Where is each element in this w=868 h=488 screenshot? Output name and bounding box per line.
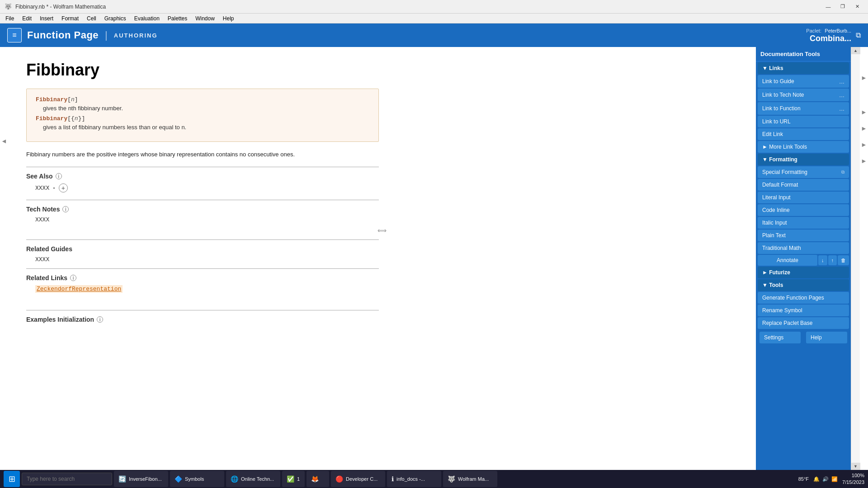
taskbar-time: 100% 7/15/2023 — [842, 472, 864, 486]
network-icon: 📶 — [831, 476, 838, 482]
right-arrow-3[interactable]: ► — [861, 125, 867, 132]
code-inline-label: Code Inline — [762, 207, 790, 213]
generate-function-pages-btn[interactable]: Generate Function Pages — [758, 292, 849, 304]
taskbar-app-symbols[interactable]: 🔷 Symbols — [170, 471, 224, 487]
literal-input-btn[interactable]: Literal Input — [758, 192, 849, 203]
default-format-btn[interactable]: Default Format — [758, 179, 849, 191]
taskbar-app-inverse-fibon[interactable]: 🔄 InverseFibon... — [114, 471, 168, 487]
title-bar-left: 🐺 Fibbinary.nb * - Wolfram Mathematica — [5, 3, 106, 10]
menu-insert[interactable]: Insert — [36, 14, 57, 23]
divider-3 — [26, 239, 379, 240]
special-formatting-btn[interactable]: Special Formatting ⧉ — [758, 166, 849, 178]
replace-paclet-base-label: Replace Paclet Base — [762, 320, 812, 326]
start-button[interactable]: ⊞ — [4, 471, 20, 487]
external-link-icon[interactable]: ⧉ — [856, 31, 861, 39]
generate-function-pages-label: Generate Function Pages — [762, 295, 824, 301]
close-button[interactable]: ✕ — [851, 2, 863, 12]
menu-palettes[interactable]: Palettes — [164, 14, 191, 23]
window-controls[interactable]: — ❐ ✕ — [822, 2, 863, 12]
right-arrow-1[interactable]: ► — [861, 74, 867, 81]
italic-input-btn[interactable]: Italic Input — [758, 217, 849, 229]
paclet-name: Combina... — [806, 34, 851, 43]
link-to-function-dots: ... — [839, 105, 844, 112]
futurize-section-btn[interactable]: ► Futurize — [758, 267, 849, 278]
annotate-btn[interactable]: Annotate — [758, 255, 817, 266]
scroll-up-btn[interactable]: ▲ — [851, 47, 860, 54]
page-title: Fibbinary — [26, 61, 738, 80]
rename-symbol-btn[interactable]: Rename Symbol — [758, 305, 849, 316]
annotate-up-btn[interactable]: ↑ — [828, 255, 837, 265]
help-btn[interactable]: Help — [806, 332, 847, 343]
menu-evaluation[interactable]: Evaluation — [131, 14, 163, 23]
menu-graphics[interactable]: Graphics — [101, 14, 130, 23]
maximize-button[interactable]: ❐ — [836, 2, 849, 12]
taskbar-app-firefox[interactable]: 🦊 — [307, 471, 329, 487]
panel-scrollbar[interactable]: ▲ ▼ — [851, 47, 860, 470]
doc-panel-header: Documentation Tools — [756, 47, 851, 61]
menu-edit[interactable]: Edit — [19, 14, 35, 23]
taskbar-app-wolfram-ma[interactable]: 🐺 Wolfram Ma... — [443, 471, 497, 487]
examples-init-label: Examples Initialization — [26, 316, 94, 323]
add-see-also-button[interactable]: + — [59, 183, 68, 192]
code-inline-btn[interactable]: Code Inline — [758, 204, 849, 216]
taskbar-app-info-docs[interactable]: ℹ info_docs -... — [387, 471, 441, 487]
examples-init-info-icon[interactable]: i — [97, 316, 103, 323]
right-arrow-2[interactable]: ► — [861, 108, 867, 116]
replace-paclet-base-btn[interactable]: Replace Paclet Base — [758, 317, 849, 329]
header-icon: ≡ — [7, 28, 22, 42]
info-docs-icon: ℹ — [392, 475, 394, 483]
literal-input-label: Literal Input — [762, 194, 791, 201]
annotate-delete-btn[interactable]: 🗑 — [838, 255, 849, 265]
scroll-down-btn[interactable]: ▼ — [851, 463, 860, 470]
inverse-fibon-icon: 🔄 — [118, 475, 126, 483]
plain-text-btn[interactable]: Plain Text — [758, 230, 849, 241]
related-link-text-1[interactable]: ZeckendorfRepresentation — [35, 285, 123, 293]
taskbar-app-online-tech[interactable]: 🌐 Online Techn... — [226, 471, 280, 487]
right-arrow-4[interactable]: ► — [861, 141, 867, 148]
usage-row-1: Fibbinary[n] gives the nth fibbinary num… — [36, 96, 369, 112]
menu-window[interactable]: Window — [192, 14, 218, 23]
see-also-info-icon[interactable]: i — [56, 173, 62, 179]
related-guides-header: Related Guides — [26, 245, 738, 253]
divider-5 — [26, 310, 379, 310]
title-bar: 🐺 Fibbinary.nb * - Wolfram Mathematica —… — [0, 0, 868, 14]
settings-btn[interactable]: Settings — [760, 332, 801, 343]
left-arrow[interactable]: ◄ — [1, 137, 7, 145]
usage-code-1: Fibbinary[n] — [36, 96, 369, 103]
menu-help[interactable]: Help — [219, 14, 238, 23]
menu-format[interactable]: Format — [58, 14, 82, 23]
tech-notes-header: Tech Notes i — [26, 206, 738, 213]
right-arrow-5[interactable]: ► — [861, 157, 867, 164]
menu-file[interactable]: File — [2, 14, 18, 23]
related-guide-item-1: XXXX — [35, 256, 738, 263]
link-to-url-label: Link to URL — [762, 118, 791, 125]
online-tech-label: Online Techn... — [241, 476, 274, 482]
tools-section-btn[interactable]: ▼ Tools — [758, 279, 849, 291]
taskbar-app-developer-c[interactable]: 🔴 Developer C... — [331, 471, 385, 487]
link-to-url-btn[interactable]: Link to URL — [758, 116, 849, 127]
link-to-tech-note-btn[interactable]: Link to Tech Note ... — [758, 89, 849, 101]
menu-cell[interactable]: Cell — [83, 14, 100, 23]
see-also-dot: • — [53, 185, 55, 192]
edit-link-btn[interactable]: Edit Link — [758, 128, 849, 140]
right-side-arrows: ► ► ► ► ► — [860, 47, 868, 470]
more-link-tools-btn[interactable]: ► More Link Tools — [758, 141, 849, 153]
link-to-function-btn[interactable]: Link to Function ... — [758, 102, 849, 115]
firefox-icon: 🦊 — [311, 475, 319, 483]
content-area: Fibbinary Fibbinary[n] gives the nth fib… — [8, 47, 756, 470]
tech-notes-info-icon[interactable]: i — [62, 206, 69, 212]
traditional-math-btn[interactable]: Traditional Math — [758, 242, 849, 254]
formatting-section-btn[interactable]: ▼ Formatting — [758, 154, 849, 165]
related-link-item-1[interactable]: ZeckendorfRepresentation — [26, 285, 738, 296]
taskbar-app-check[interactable]: ✅ 1 — [282, 471, 305, 487]
link-to-guide-label: Link to Guide — [762, 78, 794, 84]
header-bar: ≡ Function Page | AUTHORING Paclet: Pete… — [0, 23, 868, 47]
links-section-btn[interactable]: ▼ Links — [758, 62, 849, 74]
link-to-guide-btn[interactable]: Link to Guide ... — [758, 75, 849, 88]
taskbar-system-icons: 🔔 🔊 📶 — [813, 476, 838, 482]
related-links-info-icon[interactable]: i — [70, 275, 76, 281]
panel-scroll[interactable]: ▼ Links Link to Guide ... Link to Tech N… — [756, 61, 851, 470]
annotate-down-btn[interactable]: ↓ — [818, 255, 827, 265]
minimize-button[interactable]: — — [822, 2, 835, 12]
taskbar-search-input[interactable] — [22, 473, 112, 485]
